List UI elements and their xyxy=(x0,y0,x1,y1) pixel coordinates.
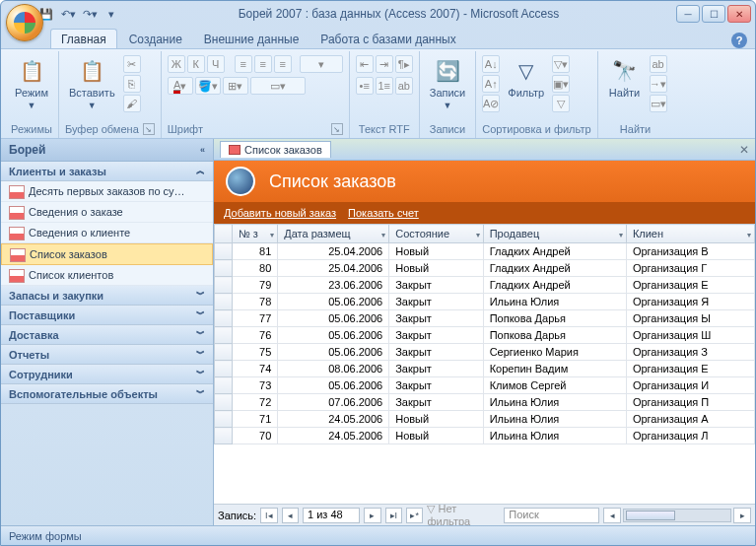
prev-record-button[interactable]: ◂ xyxy=(282,508,299,523)
nav-header[interactable]: Борей « xyxy=(1,139,213,162)
row-selector[interactable] xyxy=(215,243,233,260)
redo-icon[interactable]: ↷▾ xyxy=(80,4,100,24)
nav-item[interactable]: Список клиентов xyxy=(1,265,213,286)
cell-date[interactable]: 05.06.2006 xyxy=(278,310,389,327)
cell-client[interactable]: Организация П xyxy=(626,394,754,411)
row-selector-header[interactable] xyxy=(215,225,233,243)
cell-status[interactable]: Закрыт xyxy=(389,327,483,344)
filter-button[interactable]: ▽ Фильтр xyxy=(504,55,548,101)
align-left-icon[interactable]: ≡ xyxy=(235,55,252,73)
selection-filter-icon[interactable]: ▽▾ xyxy=(552,55,570,73)
nav-group-suppliers[interactable]: Поставщики︾ xyxy=(1,306,213,325)
sort-asc-icon[interactable]: A↓ xyxy=(482,55,500,73)
cell-id[interactable]: 78 xyxy=(233,294,278,310)
row-selector[interactable] xyxy=(215,310,233,327)
cell-client[interactable]: Организация З xyxy=(626,344,754,361)
row-selector[interactable] xyxy=(215,327,233,344)
cell-id[interactable]: 73 xyxy=(233,377,278,394)
table-row[interactable]: 7024.05.2006НовыйИльина ЮлияОрганизация … xyxy=(215,428,755,444)
row-selector[interactable] xyxy=(215,428,233,444)
new-record-button[interactable]: ▸* xyxy=(406,508,423,523)
cell-client[interactable]: Организация И xyxy=(626,377,754,394)
nav-group-employees[interactable]: Сотрудники︾ xyxy=(1,365,213,384)
table-row[interactable]: 7124.05.2006НовыйИльина ЮлияОрганизация … xyxy=(215,411,755,428)
cell-status[interactable]: Новый xyxy=(389,243,483,260)
advanced-filter-icon[interactable]: ▣▾ xyxy=(552,75,570,93)
cell-seller[interactable]: Попкова Дарья xyxy=(483,310,626,327)
bullets-icon[interactable]: •≡ xyxy=(356,77,374,95)
cell-seller[interactable]: Гладких Андрей xyxy=(483,243,626,260)
gridlines-button[interactable]: ⊞▾ xyxy=(223,77,248,95)
cell-seller[interactable]: Гладких Андрей xyxy=(483,277,626,294)
scroll-right-button[interactable]: ▸ xyxy=(733,508,751,523)
view-mode-button[interactable]: 📋 Режим ▼ xyxy=(11,55,52,112)
row-selector[interactable] xyxy=(215,277,233,294)
cell-id[interactable]: 77 xyxy=(233,310,278,327)
copy-icon[interactable]: ⎘ xyxy=(123,75,141,93)
table-row[interactable]: 7505.06.2006ЗакрытСергиенко МарияОрганиз… xyxy=(215,344,755,361)
dialog-launcher-icon[interactable]: ↘ xyxy=(331,123,343,135)
decrease-indent-icon[interactable]: ⇤ xyxy=(356,55,374,73)
undo-icon[interactable]: ↶▾ xyxy=(58,4,78,24)
dialog-launcher-icon[interactable]: ↘ xyxy=(143,123,155,135)
cell-date[interactable]: 24.05.2006 xyxy=(278,411,389,428)
nav-item[interactable]: Сведения о заказе xyxy=(1,202,213,223)
first-record-button[interactable]: I◂ xyxy=(260,508,277,523)
cell-seller[interactable]: Сергиенко Мария xyxy=(483,344,626,361)
select-icon[interactable]: ▭▾ xyxy=(650,95,667,112)
numbering-icon[interactable]: 1≡ xyxy=(376,77,393,95)
alt-fill-button[interactable]: ▭▾ xyxy=(250,77,306,95)
nav-group-aux[interactable]: Вспомогательные объекты︾ xyxy=(1,384,213,404)
replace-icon[interactable]: ab xyxy=(650,55,667,73)
row-selector[interactable] xyxy=(215,411,233,428)
cell-client[interactable]: Организация Е xyxy=(626,361,754,377)
table-row[interactable]: 7408.06.2006ЗакрытКорепин ВадимОрганизац… xyxy=(215,361,755,377)
tab-external-data[interactable]: Внешние данные xyxy=(194,30,309,48)
search-input[interactable]: Поиск xyxy=(504,508,599,523)
tab-create[interactable]: Создание xyxy=(119,30,192,48)
table-row[interactable]: 7305.06.2006ЗакрытКлимов СергейОрганизац… xyxy=(215,377,755,394)
tab-home[interactable]: Главная xyxy=(50,29,117,48)
paste-button[interactable]: 📋 Вставить ▼ xyxy=(65,55,119,112)
fill-color-button[interactable]: 🪣▾ xyxy=(195,77,221,95)
cell-id[interactable]: 75 xyxy=(233,344,278,361)
cell-client[interactable]: Организация Ш xyxy=(626,327,754,344)
cell-status[interactable]: Закрыт xyxy=(389,344,483,361)
cell-date[interactable]: 05.06.2006 xyxy=(278,327,389,344)
table-row[interactable]: 8125.04.2006НовыйГладких АндрейОрганизац… xyxy=(215,243,755,260)
table-row[interactable]: 7605.06.2006ЗакрытПопкова ДарьяОрганизац… xyxy=(215,327,755,344)
cell-date[interactable]: 24.05.2006 xyxy=(278,428,389,444)
qat-customize-icon[interactable]: ▾ xyxy=(102,4,121,24)
nav-group-reports[interactable]: Отчеты︾ xyxy=(1,345,213,365)
column-header[interactable]: № з▾ xyxy=(233,225,278,243)
cell-client[interactable]: Организация Я xyxy=(626,294,754,310)
cell-id[interactable]: 80 xyxy=(233,260,278,277)
cell-id[interactable]: 70 xyxy=(233,428,278,444)
cell-status[interactable]: Закрыт xyxy=(389,294,483,310)
cell-id[interactable]: 72 xyxy=(233,394,278,411)
table-row[interactable]: 8025.04.2006НовыйГладких АндрейОрганизац… xyxy=(215,260,755,277)
clear-sort-icon[interactable]: A⊘ xyxy=(482,95,500,112)
cell-status[interactable]: Новый xyxy=(389,428,483,444)
cell-client[interactable]: Организация Л xyxy=(626,428,754,444)
close-button[interactable]: ✕ xyxy=(727,5,751,23)
font-size-combo[interactable]: ▾ xyxy=(300,55,343,73)
column-header[interactable]: Дата размещ▾ xyxy=(278,225,389,243)
cell-status[interactable]: Закрыт xyxy=(389,277,483,294)
row-selector[interactable] xyxy=(215,260,233,277)
close-document-icon[interactable]: ✕ xyxy=(739,143,749,157)
align-center-icon[interactable]: ≡ xyxy=(254,55,272,73)
cell-status[interactable]: Закрыт xyxy=(389,394,483,411)
add-order-link[interactable]: Добавить новый заказ xyxy=(224,207,336,219)
collapse-icon[interactable]: « xyxy=(200,145,205,155)
cell-date[interactable]: 25.04.2006 xyxy=(278,260,389,277)
underline-button[interactable]: Ч xyxy=(207,55,225,73)
next-record-button[interactable]: ▸ xyxy=(364,508,380,523)
document-tab[interactable]: Список заказов xyxy=(220,141,331,158)
cell-seller[interactable]: Гладких Андрей xyxy=(483,260,626,277)
cell-id[interactable]: 76 xyxy=(233,327,278,344)
tab-db-tools[interactable]: Работа с базами данных xyxy=(310,30,465,48)
goto-icon[interactable]: →▾ xyxy=(650,75,667,93)
cell-id[interactable]: 79 xyxy=(233,277,278,294)
cell-id[interactable]: 71 xyxy=(233,411,278,428)
